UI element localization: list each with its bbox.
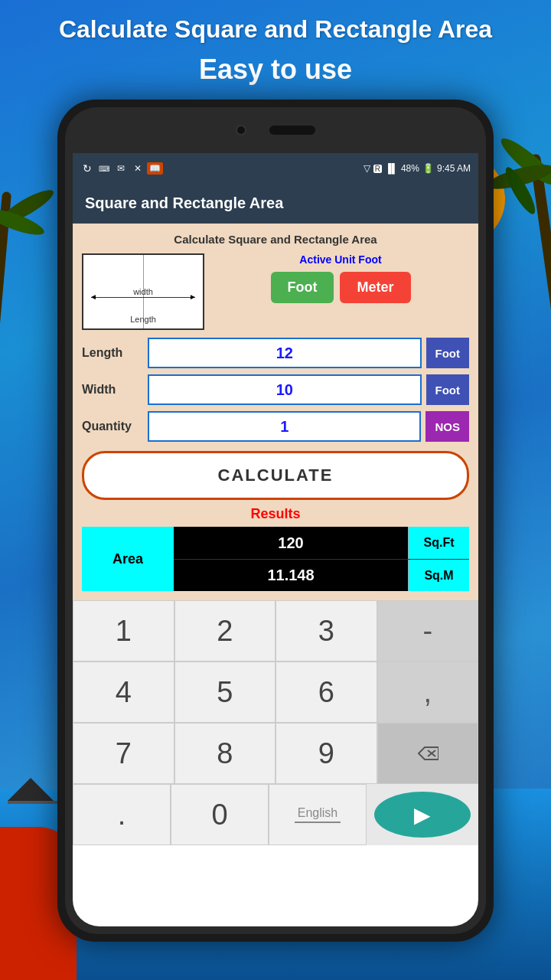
shape-width-label: width [133,287,153,296]
app-title: Square and Rectangle Area [85,194,283,212]
area-sqm-value: 11.148 [174,560,408,591]
key-dot[interactable]: . [73,784,171,845]
key-6[interactable]: 6 [276,662,377,723]
messaging-icon: ✉ [114,162,128,175]
area-label: Area [82,527,174,591]
app-bar: Square and Rectangle Area [73,184,478,224]
battery-pct: 48% [401,163,419,174]
refresh-icon: ↻ [80,162,94,175]
area-sqft-value: 120 [174,527,408,559]
key-9[interactable]: 9 [276,723,377,784]
shape-diagram: width ◄ ► Length [82,253,204,330]
foot-button[interactable]: Foot [271,272,334,303]
key-backspace[interactable] [377,723,479,784]
key-8[interactable]: 8 [174,723,276,784]
length-unit-badge: Foot [426,338,469,368]
book-icon: 📖 [148,162,161,175]
quantity-input[interactable] [148,411,421,442]
english-label: English [298,806,337,820]
status-bar: ↻ ⌨ ✉ ✕ 📖 ▽ R [73,153,478,184]
key-zero[interactable]: 0 [171,784,269,845]
calc-card-header: Calculate Square and Rectangle Area [82,233,469,246]
numpad: 1 2 3 - 4 5 6 , 7 8 9 . 0 [73,600,478,845]
screen: ↻ ⌨ ✉ ✕ 📖 ▽ R [73,153,478,926]
signal-bars-icon: ▐▌ [385,163,398,174]
length-label: Length [82,346,143,360]
meter-button[interactable]: Meter [340,272,410,303]
phone-camera [236,125,246,136]
results-table: Area 120 Sq.Ft 11.148 Sq.M [82,527,469,591]
calc-card: Calculate Square and Rectangle Area widt… [73,224,478,600]
keyboard-icon: ⌨ [97,162,111,175]
quantity-label: Quantity [82,420,143,433]
clock: 9:45 AM [437,163,471,174]
key-2[interactable]: 2 [174,600,276,662]
area-sqft-unit: Sq.Ft [408,527,469,559]
width-input[interactable] [148,374,422,405]
network-r-icon: R [373,165,382,173]
shape-length-label: Length [130,315,156,324]
length-input[interactable] [148,338,422,368]
key-4[interactable]: 4 [73,662,174,723]
calculate-button[interactable]: CALCULATE [82,451,469,500]
bg-title: Calculate Square and Rectangle Area [0,15,551,44]
width-unit-badge: Foot [426,374,469,405]
key-comma[interactable]: , [377,662,479,723]
quantity-unit-badge: NOS [425,411,469,442]
bg-subtitle: Easy to use [0,54,551,86]
wifi-signal-icon: ▽ [364,163,370,174]
svg-marker-0 [419,747,439,760]
input-rows: Length Foot Width Foot Quantity NOS [82,338,469,442]
results-label: Results [82,506,469,522]
battery-icon: 🔋 [422,163,434,174]
key-minus[interactable]: - [377,600,479,662]
next-arrow-icon: ▶ [414,802,431,828]
key-next[interactable]: ▶ [374,792,471,838]
width-label: Width [82,383,143,397]
key-english[interactable]: English [269,784,367,845]
key-5[interactable]: 5 [174,662,276,723]
phone-speaker [269,126,315,135]
wifi-off-icon: ✕ [131,162,145,175]
area-sqm-unit: Sq.M [408,560,469,591]
key-7[interactable]: 7 [73,723,174,784]
active-unit-label: Active Unit Foot [299,253,381,266]
phone-device: ↻ ⌨ ✉ ✕ 📖 ▽ R [57,100,494,942]
key-3[interactable]: 3 [276,600,377,662]
key-1[interactable]: 1 [73,600,174,662]
